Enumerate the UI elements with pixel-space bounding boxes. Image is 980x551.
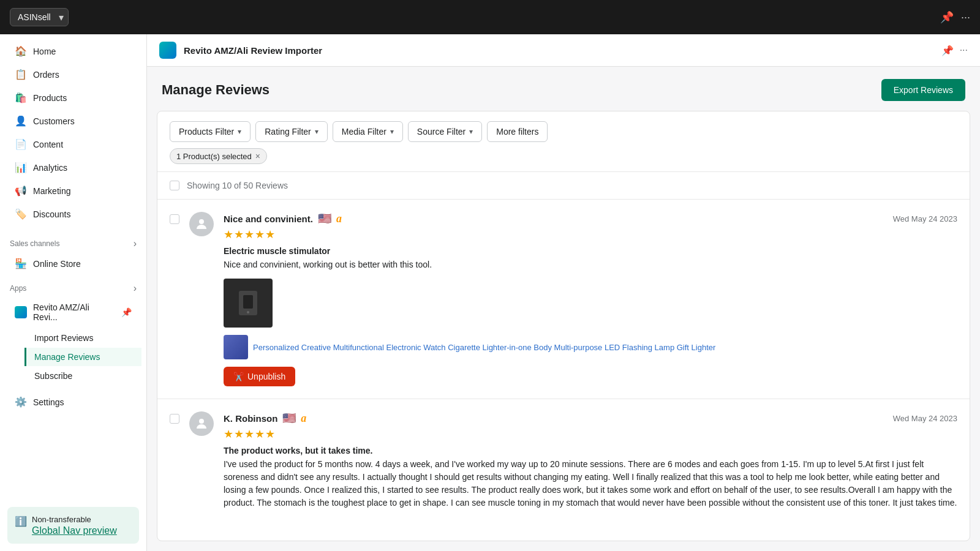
sidebar-item-content[interactable]: 📄 Content xyxy=(5,133,141,156)
active-filters: 1 Product(s) selected × xyxy=(170,148,957,171)
sidebar-item-products[interactable]: 🛍️ Products xyxy=(5,86,141,109)
showing-text: Showing 10 of 50 Reviews xyxy=(187,181,288,190)
store-icon: 🏪 xyxy=(15,258,27,269)
select-all-checkbox[interactable] xyxy=(170,181,179,190)
pin-icon[interactable]: 📌 xyxy=(940,10,954,24)
review-image-0 xyxy=(224,279,957,328)
app-sub-items: Import Reviews Manage Reviews Subscribe xyxy=(0,328,146,386)
content-area: Revito AMZ/Ali Review Importer 📌 ··· Man… xyxy=(147,34,980,551)
review-avatar-0 xyxy=(189,212,214,236)
source-filter-button[interactable]: Source Filter ▾ xyxy=(408,121,482,142)
sidebar-item-analytics[interactable]: 📊 Analytics xyxy=(5,156,141,179)
reviews-panel: Products Filter ▾ Rating Filter ▾ Media … xyxy=(157,111,970,541)
settings-icon: ⚙️ xyxy=(15,396,27,408)
media-filter-label: Media Filter xyxy=(342,127,386,137)
sidebar-label-products: Products xyxy=(33,93,67,103)
active-filter-remove[interactable]: × xyxy=(255,151,260,161)
svg-point-0 xyxy=(199,219,204,224)
svg-point-3 xyxy=(247,311,249,313)
header-pin-icon[interactable]: 📌 xyxy=(941,45,954,56)
non-transferable-text: Non-transferable xyxy=(32,514,117,525)
sidebar-item-discounts[interactable]: 🏷️ Discounts xyxy=(5,203,141,225)
review-checkbox-col-1 xyxy=(170,411,179,426)
product-link-row-0: Personalized Creative Multifunctional El… xyxy=(224,335,957,359)
sidebar-label-discounts: Discounts xyxy=(33,209,70,219)
sidebar-label-analytics: Analytics xyxy=(33,163,67,173)
unpublish-label-0: Unpublish xyxy=(247,372,285,381)
sidebar-label-orders: Orders xyxy=(33,70,59,80)
review-text-1: I've used the product for 5 months now. … xyxy=(224,458,957,509)
sidebar-item-manage-reviews[interactable]: Manage Reviews xyxy=(24,348,141,366)
review-item-1: K. Robinson 🇺🇸 a Wed May 24 2023 ★★★★★ T… xyxy=(157,399,970,529)
review-product-title-1: The product works, but it takes time. xyxy=(224,446,957,455)
sidebar-item-import-reviews[interactable]: Import Reviews xyxy=(24,329,141,347)
apps-section: Apps › xyxy=(0,276,146,296)
showing-label: Showing 10 of 50 Reviews xyxy=(157,172,970,199)
review-checkbox-1[interactable] xyxy=(170,414,179,424)
rating-filter-chevron: ▾ xyxy=(315,127,318,136)
review-author-0: Nice and convinient. xyxy=(224,214,313,224)
marketing-icon: 📢 xyxy=(15,185,27,197)
filter-buttons: Products Filter ▾ Rating Filter ▾ Media … xyxy=(170,121,957,142)
review-stars-1: ★★★★★ xyxy=(224,427,957,441)
active-filter-tag-label: 1 Product(s) selected xyxy=(176,152,252,161)
export-reviews-button[interactable]: Export Reviews xyxy=(881,79,965,101)
review-author-area-1: K. Robinson 🇺🇸 a xyxy=(224,411,306,425)
rating-filter-label: Rating Filter xyxy=(265,127,311,137)
page-header: Manage Reviews Export Reviews xyxy=(147,67,980,111)
rating-filter-button[interactable]: Rating Filter ▾ xyxy=(255,121,327,142)
app-header-title: Revito AMZ/Ali Review Importer xyxy=(184,45,322,56)
review-date-1: Wed May 24 2023 xyxy=(893,414,957,423)
media-filter-button[interactable]: Media Filter ▾ xyxy=(333,121,403,142)
sidebar-item-customers[interactable]: 👤 Customers xyxy=(5,110,141,132)
sidebar-label-online-store: Online Store xyxy=(33,259,81,269)
sidebar-item-online-store[interactable]: 🏪 Online Store xyxy=(5,252,141,275)
products-filter-button[interactable]: Products Filter ▾ xyxy=(170,121,251,142)
app-pin-icon: 📌 xyxy=(121,307,132,317)
store-selector[interactable]: ASINsell xyxy=(10,8,69,26)
analytics-icon: 📊 xyxy=(15,162,27,173)
global-nav-link[interactable]: Global Nav preview xyxy=(32,525,117,536)
main-layout: 🏠 Home 📋 Orders 🛍️ Products 👤 Customers … xyxy=(0,34,980,551)
home-icon: 🏠 xyxy=(15,45,27,57)
sidebar-label-marketing: Marketing xyxy=(33,186,70,196)
source-filter-label: Source Filter xyxy=(417,127,466,137)
non-transferable-box: ℹ️ Non-transferable Global Nav preview xyxy=(7,507,139,544)
sidebar-label-settings: Settings xyxy=(33,397,64,407)
sidebar-item-settings[interactable]: ⚙️ Settings xyxy=(5,391,141,413)
review-product-title-0: Electric muscle stimulator xyxy=(224,246,957,256)
customers-icon: 👤 xyxy=(15,115,27,127)
products-filter-label: Products Filter xyxy=(179,127,234,137)
review-checkbox-col-0 xyxy=(170,212,179,227)
top-bar: ASINsell 📌 ··· xyxy=(0,0,980,34)
flag-icon-0: 🇺🇸 xyxy=(318,212,331,225)
header-more-icon[interactable]: ··· xyxy=(960,45,968,56)
non-transferable-content: Non-transferable Global Nav preview xyxy=(32,514,117,536)
active-filter-tag-0: 1 Product(s) selected × xyxy=(170,148,267,164)
sidebar: 🏠 Home 📋 Orders 🛍️ Products 👤 Customers … xyxy=(0,34,147,551)
more-filters-label: More filters xyxy=(496,127,538,137)
sidebar-item-orders[interactable]: 📋 Orders xyxy=(5,63,141,86)
app-header: Revito AMZ/Ali Review Importer 📌 ··· xyxy=(147,34,980,67)
sidebar-app-revito[interactable]: Revito AMZ/Ali Revi... 📌 xyxy=(5,297,141,328)
app-name: Revito AMZ/Ali Revi... xyxy=(33,302,115,322)
more-icon[interactable]: ··· xyxy=(961,11,970,24)
product-link-text-0[interactable]: Personalized Creative Multifunctional El… xyxy=(253,343,715,352)
review-body-1: K. Robinson 🇺🇸 a Wed May 24 2023 ★★★★★ T… xyxy=(224,411,957,517)
more-filters-button[interactable]: More filters xyxy=(487,121,548,142)
sidebar-item-marketing[interactable]: 📢 Marketing xyxy=(5,179,141,202)
review-text-0: Nice and convinient, working out is bett… xyxy=(224,258,957,271)
sidebar-label-home: Home xyxy=(33,47,56,56)
review-checkbox-0[interactable] xyxy=(170,214,179,224)
orders-icon: 📋 xyxy=(15,69,27,80)
products-icon: 🛍️ xyxy=(15,92,27,103)
store-select-dropdown[interactable]: ASINsell xyxy=(10,8,69,26)
unpublish-button-0[interactable]: ✂️ Unpublish xyxy=(224,367,295,386)
review-header-1: K. Robinson 🇺🇸 a Wed May 24 2023 xyxy=(224,411,957,425)
content-icon: 📄 xyxy=(15,138,27,150)
sidebar-item-home[interactable]: 🏠 Home xyxy=(5,40,141,62)
sidebar-item-subscribe[interactable]: Subscribe xyxy=(24,367,141,385)
app-logo xyxy=(159,42,176,59)
products-filter-chevron: ▾ xyxy=(238,127,241,136)
review-avatar-1 xyxy=(189,411,214,436)
